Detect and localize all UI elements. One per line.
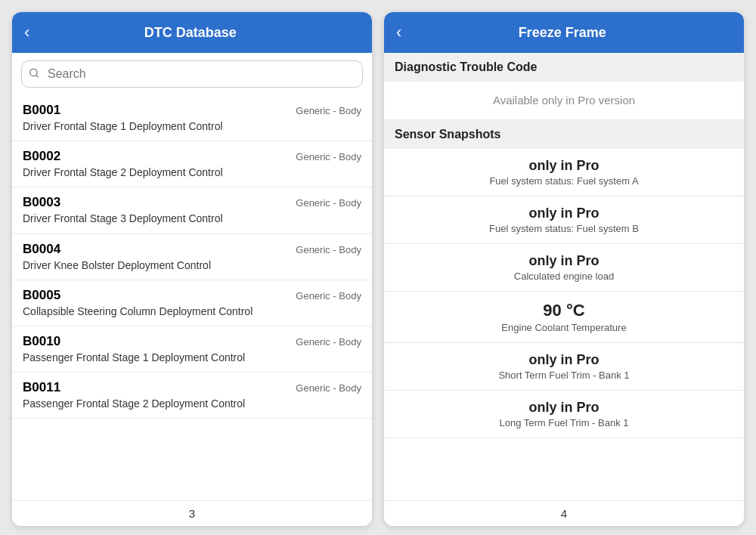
item-category: Generic - Body — [296, 336, 361, 348]
right-panel-title: Freeze Frame — [411, 25, 714, 41]
item-code: B0010 — [23, 334, 60, 349]
pro-only-message: Available only in Pro version — [384, 82, 744, 120]
sensor-sub: Long Term Fuel Trim - Bank 1 — [395, 417, 733, 428]
item-description: Driver Frontal Stage 1 Deployment Contro… — [23, 119, 361, 133]
list-item[interactable]: B0003 Generic - Body Driver Frontal Stag… — [12, 187, 372, 233]
item-category: Generic - Body — [296, 244, 361, 255]
list-item[interactable]: B0004 Generic - Body Driver Knee Bolster… — [12, 234, 372, 280]
section-header: Diagnostic Trouble Code — [384, 53, 744, 82]
item-category: Generic - Body — [296, 290, 361, 302]
left-panel-footer: 3 — [12, 500, 372, 526]
freeze-sensor-item: only in Pro Fuel system status: Fuel sys… — [384, 149, 744, 196]
pro-label: only in Pro — [395, 253, 733, 269]
item-description: Driver Frontal Stage 2 Deployment Contro… — [23, 165, 361, 179]
list-item[interactable]: B0010 Generic - Body Passenger Frontal S… — [12, 326, 372, 373]
left-panel: ‹ DTC Database B0001 Generic - Body Driv… — [12, 12, 372, 526]
sensor-sub: Engine Coolant Temperature — [395, 322, 733, 333]
item-code: B0002 — [23, 149, 60, 164]
svg-line-1 — [36, 75, 39, 77]
sensor-sub: Calculated engine load — [395, 271, 733, 282]
left-panel-header: ‹ DTC Database — [12, 12, 372, 53]
section-header: Sensor Snapshots — [384, 120, 744, 149]
left-panel-title: DTC Database — [39, 25, 342, 41]
list-item[interactable]: B0002 Generic - Body Driver Frontal Stag… — [12, 141, 372, 187]
item-code: B0003 — [23, 195, 60, 210]
pro-label: only in Pro — [395, 158, 733, 174]
list-item[interactable]: B0005 Generic - Body Collapsible Steerin… — [12, 280, 372, 326]
search-bar[interactable] — [21, 60, 363, 88]
sensor-sub: Fuel system status: Fuel system A — [395, 175, 733, 187]
item-category: Generic - Body — [296, 105, 361, 116]
item-code: B0005 — [23, 288, 60, 303]
search-input[interactable] — [21, 60, 363, 88]
item-code: B0011 — [23, 380, 60, 395]
item-description: Collapsible Steering Column Deployment C… — [23, 305, 361, 318]
dtc-list: B0001 Generic - Body Driver Frontal Stag… — [12, 95, 372, 500]
pro-label: only in Pro — [395, 400, 733, 416]
freeze-value-item: 90 °C Engine Coolant Temperature — [384, 292, 744, 343]
search-icon — [29, 68, 39, 81]
item-description: Passenger Frontal Stage 2 Deployment Con… — [23, 397, 361, 410]
freeze-sensor-item: only in Pro Calculated engine load — [384, 244, 744, 292]
item-code: B0001 — [23, 103, 60, 118]
sensor-sub: Short Term Fuel Trim - Bank 1 — [395, 370, 733, 381]
pro-label: only in Pro — [395, 352, 733, 368]
freeze-sensor-item: only in Pro Short Term Fuel Trim - Bank … — [384, 343, 744, 391]
sensor-value: 90 °C — [395, 301, 733, 320]
list-item[interactable]: B0001 Generic - Body Driver Frontal Stag… — [12, 95, 372, 141]
left-back-button[interactable]: ‹ — [24, 23, 29, 42]
item-category: Generic - Body — [296, 382, 361, 394]
freeze-frame-list: Diagnostic Trouble CodeAvailable only in… — [384, 53, 744, 500]
pro-label: only in Pro — [395, 206, 733, 221]
list-item[interactable]: B0011 Generic - Body Passenger Frontal S… — [12, 373, 372, 419]
pro-only-text: Available only in Pro version — [493, 94, 635, 107]
item-code: B0004 — [23, 242, 60, 257]
right-panel: ‹ Freeze Frame Diagnostic Trouble CodeAv… — [384, 12, 744, 526]
sensor-sub: Fuel system status: Fuel system B — [395, 223, 733, 234]
freeze-sensor-item: only in Pro Fuel system status: Fuel sys… — [384, 196, 744, 244]
right-panel-footer: 4 — [384, 500, 744, 526]
item-description: Passenger Frontal Stage 1 Deployment Con… — [23, 351, 361, 364]
item-category: Generic - Body — [296, 197, 361, 209]
freeze-sensor-item: only in Pro Long Term Fuel Trim - Bank 1 — [384, 391, 744, 438]
right-panel-header: ‹ Freeze Frame — [384, 12, 744, 53]
right-back-button[interactable]: ‹ — [396, 23, 401, 42]
item-description: Driver Knee Bolster Deployment Control — [23, 258, 361, 272]
app-container: ‹ DTC Database B0001 Generic - Body Driv… — [0, 0, 756, 535]
item-description: Driver Frontal Stage 3 Deployment Contro… — [23, 212, 361, 225]
item-category: Generic - Body — [296, 151, 361, 162]
